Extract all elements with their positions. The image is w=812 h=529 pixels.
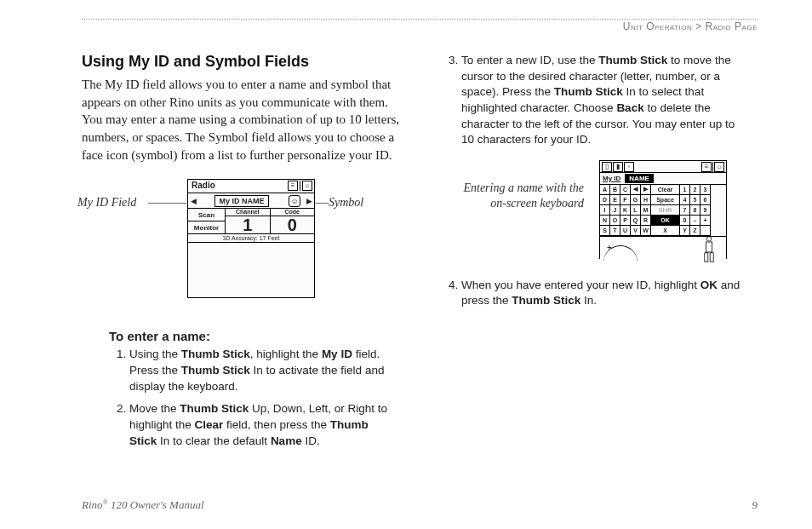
kb-key: I (600, 205, 610, 216)
kb-key: 3 (700, 185, 711, 195)
myid-field: My ID NAME (214, 195, 268, 207)
monitor-button: Monitor (188, 221, 225, 233)
hdr-channel: Channel (226, 209, 271, 216)
find-icon: ⌕ (302, 181, 312, 191)
kb-icons-right: ≡ ⌕ (701, 162, 724, 172)
channel-row: Scan Monitor Channel Code 1 0 (188, 209, 314, 234)
top-rule (82, 19, 758, 20)
val-channel: 1 (226, 216, 271, 233)
step-2: Move the Thumb Stick Up, Down, Left, or … (129, 401, 400, 449)
rino-title: Radio (192, 181, 215, 190)
figure-radio-screen: My ID Field Symbol Radio ≡ ⌕ ◀ (82, 179, 400, 313)
kb-key: 7 (680, 205, 690, 216)
kb-key: F (620, 195, 631, 205)
signal-icon: ▮ (613, 162, 623, 172)
kb-titlebar: ▯ ▮ ◦ ≡ ⌕ (600, 161, 726, 173)
kb-key: 1 (680, 185, 690, 195)
keyboard-grid: ABC◀▶Clear123DEFGHSpace456IJKLMShift789N… (600, 185, 726, 237)
left-buttons: Scan Monitor (188, 209, 226, 233)
footer-left: Rino® 120 Owner's Manual (82, 498, 204, 512)
find-icon: ⌕ (714, 162, 724, 172)
kb-key: D (600, 195, 610, 205)
breadcrumb-page: Radio Page (706, 20, 758, 32)
kb-key: V (631, 226, 641, 236)
kb-key: W (641, 226, 651, 236)
rino-keyboard-screen: ▯ ▮ ◦ ≡ ⌕ My ID NAME AB (599, 160, 727, 259)
left-column: Using My ID and Symbol Fields The My ID … (82, 53, 400, 456)
channel-headers: Channel Code (226, 209, 314, 216)
kb-key: OK (651, 216, 680, 226)
arrow-left-icon: ◀ (188, 197, 198, 205)
kb-key: 4 (680, 195, 690, 205)
kb-key: Clear (651, 185, 680, 195)
page-number: 9 (752, 498, 758, 512)
kb-key: ▶ (641, 185, 651, 195)
gps-icon: ◦ (624, 162, 634, 172)
kb-key (700, 226, 711, 236)
accuracy-text: 3D Accuracy: 17 Feet (188, 234, 314, 243)
kb-key: A (600, 185, 610, 195)
hdr-code: Code (271, 209, 315, 216)
channel-pane: Channel Code 1 0 (226, 209, 314, 233)
rino-titlebar: Radio ≡ ⌕ (188, 180, 314, 193)
val-code: 0 (271, 216, 315, 233)
kb-key: T (610, 226, 620, 236)
callout-myid-field: My ID Field (77, 196, 136, 210)
myid-label: My ID (219, 197, 239, 205)
plus-icon: + (607, 243, 612, 252)
kb-key: H (641, 195, 651, 205)
kb-key: K (620, 205, 631, 216)
menu-icon: ≡ (288, 181, 298, 191)
kb-key: Z (690, 226, 700, 236)
kb-key: B (610, 185, 620, 195)
kb-key: 0 (680, 216, 690, 226)
kb-name-label: My ID (600, 175, 623, 182)
section-title: Using My ID and Symbol Fields (82, 53, 400, 71)
kb-key: ◀ (631, 185, 641, 195)
menu-icon: ≡ (701, 162, 712, 172)
scan-button: Scan (188, 209, 225, 221)
kb-key: L (631, 205, 641, 216)
columns: Using My ID and Symbol Fields The My ID … (82, 19, 758, 456)
kb-key: E (610, 195, 620, 205)
steps-list-right: To enter a new ID, use the Thumb Stick t… (461, 53, 758, 148)
callout-symbol: Symbol (329, 196, 363, 210)
kb-key: 8 (690, 205, 700, 216)
kb-key: M (641, 205, 651, 216)
kb-key: + (700, 216, 711, 226)
kb-key: G (631, 195, 641, 205)
kb-key: Y (680, 226, 690, 236)
breadcrumb: Unit Operation > Radio Page (623, 20, 758, 32)
kb-key: U (620, 226, 631, 236)
kb-name-value: NAME (625, 174, 654, 183)
steps-list-left: Using the Thumb Stick, highlight the My … (129, 347, 400, 449)
manual-page: Unit Operation > Radio Page Using My ID … (0, 0, 812, 529)
footer: Rino® 120 Owner's Manual 9 (82, 498, 758, 512)
kb-key: N (600, 216, 610, 226)
titlebar-icons: ≡ ⌕ (288, 181, 312, 191)
breadcrumb-sep: > (695, 20, 702, 32)
person-icon (700, 237, 716, 261)
step-4: When you have entered your new ID, highl… (461, 278, 758, 309)
kb-key: C (620, 185, 631, 195)
kb-name-row: My ID NAME (600, 173, 726, 185)
kb-key: P (620, 216, 631, 226)
steps-list-right-2: When you have entered your new ID, highl… (461, 278, 758, 309)
kb-key: 6 (700, 195, 711, 205)
arrow-right-icon: ▶ (304, 197, 314, 205)
kb-key: X (651, 226, 680, 236)
step-3: To enter a new ID, use the Thumb Stick t… (461, 53, 758, 148)
right-column: To enter a new ID, use the Thumb Stick t… (439, 53, 758, 456)
myid-row: ◀ My ID NAME ☺ ▶ (188, 193, 314, 209)
rino-screen: Radio ≡ ⌕ ◀ My ID NAME ☺ (187, 179, 315, 298)
myid-value: NAME (242, 197, 265, 205)
kb-key: 5 (690, 195, 700, 205)
kb-key: 2 (690, 185, 700, 195)
callout-keyboard: Entering a name with the on-screen keybo… (456, 181, 584, 211)
kb-key: 9 (700, 205, 711, 216)
battery-icon: ▯ (602, 162, 612, 172)
kb-icons-left: ▯ ▮ ◦ (602, 162, 634, 172)
kb-key: S (600, 226, 610, 236)
kb-key: Space (651, 195, 680, 205)
kb-key: R (641, 216, 651, 226)
